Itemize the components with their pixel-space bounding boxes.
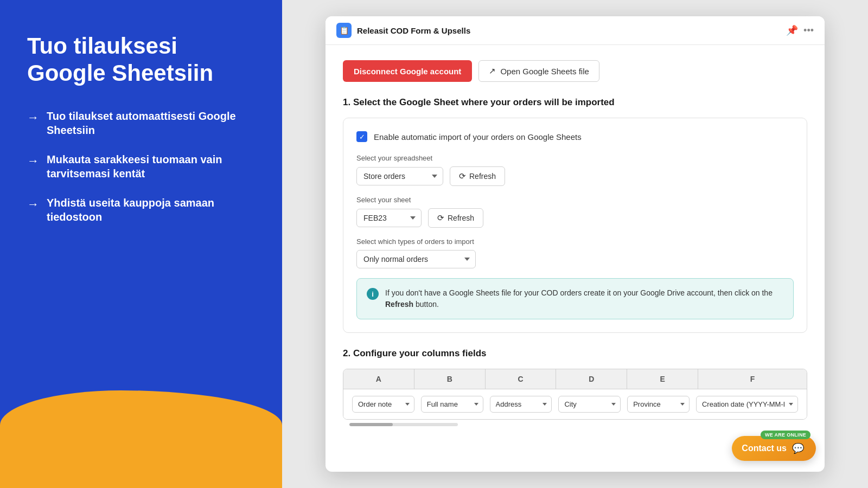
chat-icon: 💬 xyxy=(792,442,804,454)
col-header-e: E xyxy=(627,369,698,389)
enable-checkbox[interactable]: ✓ xyxy=(356,131,367,142)
col-header-c: C xyxy=(486,369,557,389)
enable-checkbox-row: ✓ Enable automatic import of your orders… xyxy=(356,131,794,142)
app-icon: 📋 xyxy=(336,23,352,38)
external-link-icon: ↗ xyxy=(489,66,496,76)
col-cell-e: Province xyxy=(624,396,693,413)
col-select-c[interactable]: Address xyxy=(490,396,552,413)
app-title: Releasit COD Form & Upsells xyxy=(357,26,470,35)
sheet-row: Select your sheet FEB23 ⟳ Refresh xyxy=(356,196,794,228)
col-cell-b: Full name xyxy=(418,396,487,413)
pin-icon[interactable]: 📌 xyxy=(786,24,798,36)
section1-title: 1. Select the Google Sheet where your or… xyxy=(343,97,807,108)
order-type-select[interactable]: Only normal orders xyxy=(356,250,476,268)
info-icon: i xyxy=(367,288,379,300)
section1-card: ✓ Enable automatic import of your orders… xyxy=(343,118,807,333)
columns-header-row: A B C D E F xyxy=(343,369,807,389)
col-select-b[interactable]: Full name xyxy=(421,396,483,413)
sheet-input-row: FEB23 ⟳ Refresh xyxy=(356,208,794,228)
col-select-d[interactable]: City xyxy=(558,396,621,413)
section2-title: 2. Configure your columns fields xyxy=(343,348,807,359)
scroll-track xyxy=(349,423,458,426)
order-type-label: Select which types of orders to import xyxy=(356,237,794,246)
refresh-spreadsheet-button[interactable]: ⟳ Refresh xyxy=(450,166,505,186)
feature-item-3: → Yhdistä useita kauppoja samaan tiedost… xyxy=(27,196,255,224)
enable-checkbox-label: Enable automatic import of your orders o… xyxy=(374,132,582,142)
content-area: Disconnect Google account ↗ Open Google … xyxy=(326,45,825,472)
col-select-a[interactable]: Order note xyxy=(352,396,414,413)
contact-label: Contact us xyxy=(742,444,787,453)
spreadsheet-select[interactable]: Store orders xyxy=(356,167,443,185)
app-window: 📋 Releasit COD Form & Upsells 📌 ••• Disc… xyxy=(326,16,825,472)
col-cell-d: City xyxy=(555,396,624,413)
col-cell-c: Address xyxy=(487,396,556,413)
info-text: If you don't have a Google Sheets file f… xyxy=(385,287,783,310)
col-header-a: A xyxy=(343,369,414,389)
disconnect-button[interactable]: Disconnect Google account xyxy=(343,60,472,82)
right-panel: 📋 Releasit COD Form & Upsells 📌 ••• Disc… xyxy=(282,0,868,488)
spreadsheet-label: Select your spreadsheet xyxy=(356,154,794,162)
spreadsheet-row: Select your spreadsheet Store orders ⟳ R… xyxy=(356,154,794,186)
info-box: i If you don't have a Google Sheets file… xyxy=(356,278,794,319)
contact-us-button[interactable]: WE ARE ONLINE Contact us 💬 xyxy=(732,436,816,461)
left-heading: Tuo tilauksesi Google Sheetsiin xyxy=(27,33,255,87)
columns-table: A B C D E F Order note Full name xyxy=(343,369,807,420)
refresh-icon-2: ⟳ xyxy=(437,213,444,223)
scroll-bar-area xyxy=(343,420,807,426)
col-cell-a: Order note xyxy=(349,396,418,413)
open-sheets-button[interactable]: ↗ Open Google Sheets file xyxy=(478,60,599,82)
col-select-f[interactable]: Creation date (YYYY-MM-DD) xyxy=(696,396,798,413)
left-panel: Tuo tilauksesi Google Sheetsiin → Tuo ti… xyxy=(0,0,282,488)
more-icon[interactable]: ••• xyxy=(803,25,814,36)
arrow-icon-2: → xyxy=(27,153,39,169)
arrow-icon-3: → xyxy=(27,197,39,213)
feature-item-2: → Mukauta sarakkeesi tuomaan vain tarvit… xyxy=(27,152,255,181)
title-bar-actions: 📌 ••• xyxy=(786,24,814,36)
col-cell-f: Creation date (YYYY-MM-DD) xyxy=(693,396,801,413)
title-bar-left: 📋 Releasit COD Form & Upsells xyxy=(336,23,470,38)
feature-item-1: → Tuo tilaukset automaattisesti Google S… xyxy=(27,109,255,137)
arrow-icon-1: → xyxy=(27,110,39,126)
action-buttons-row: Disconnect Google account ↗ Open Google … xyxy=(343,60,807,82)
feature-list: → Tuo tilaukset automaattisesti Google S… xyxy=(27,109,255,224)
col-header-f: F xyxy=(698,369,807,389)
col-header-d: D xyxy=(556,369,627,389)
col-header-b: B xyxy=(414,369,486,389)
sheet-select[interactable]: FEB23 xyxy=(356,209,422,227)
order-type-input-row: Only normal orders xyxy=(356,250,794,268)
refresh-icon-1: ⟳ xyxy=(459,171,466,181)
refresh-sheet-button[interactable]: ⟳ Refresh xyxy=(428,208,483,228)
sheet-label: Select your sheet xyxy=(356,196,794,204)
spreadsheet-input-row: Store orders ⟳ Refresh xyxy=(356,166,794,186)
title-bar: 📋 Releasit COD Form & Upsells 📌 ••• xyxy=(326,16,825,45)
scroll-thumb xyxy=(349,423,393,426)
online-badge: WE ARE ONLINE xyxy=(761,431,810,439)
order-type-row: Select which types of orders to import O… xyxy=(356,237,794,268)
columns-body-row: Order note Full name Address xyxy=(343,389,807,419)
col-select-e[interactable]: Province xyxy=(627,396,690,413)
